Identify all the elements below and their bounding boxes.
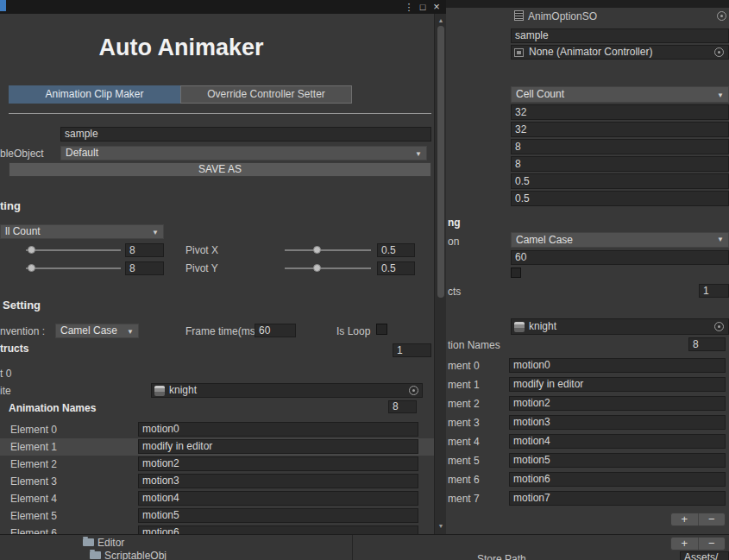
inspector-frame-time-field[interactable]: 60 xyxy=(511,250,729,265)
close-icon[interactable]: × xyxy=(431,0,442,14)
animation-name-field[interactable]: motion0 xyxy=(138,422,418,437)
sprite-object-field[interactable]: knight xyxy=(151,383,423,398)
clip-name-field[interactable]: sample xyxy=(60,127,431,142)
inspector-cell-value-field[interactable]: 32 xyxy=(511,122,729,137)
inspector-name-field[interactable]: sample xyxy=(511,28,729,43)
inspector-animation-name-field[interactable]: motion0 xyxy=(509,358,726,373)
project-item-editor[interactable]: Editor xyxy=(83,537,255,548)
store-path-field[interactable]: Assets/ xyxy=(680,551,729,560)
panel-divider xyxy=(352,535,353,560)
is-loop-checkbox[interactable] xyxy=(376,324,387,335)
pivot-x-slider-knob[interactable] xyxy=(313,246,321,254)
inspector-names-count-field[interactable]: 8 xyxy=(688,337,726,351)
dropdown-arrow-icon: ▼ xyxy=(415,147,422,160)
cell-count-label: ll Count xyxy=(5,225,41,237)
object-picker-icon[interactable] xyxy=(714,322,724,331)
inspector-panel: AnimOptionSO sample None (Animator Contr… xyxy=(446,0,729,534)
pivot-y-slider[interactable] xyxy=(285,267,371,269)
kebab-menu-icon[interactable]: ⋮ xyxy=(404,0,414,14)
inspector-is-loop-checkbox[interactable] xyxy=(511,267,521,278)
dropdown-arrow-icon: ▼ xyxy=(127,324,134,337)
list-footer-buttons: + − xyxy=(670,513,726,526)
animation-name-field[interactable]: motion5 xyxy=(138,508,418,523)
preset-dropdown[interactable]: Default ▼ xyxy=(60,146,427,160)
inspector-convention-dropdown[interactable]: Camel Case ▼ xyxy=(511,232,729,248)
inspector-cell-value-field[interactable]: 0.5 xyxy=(511,191,729,206)
inspector-cell-count-dropdown[interactable]: Cell Count ▼ xyxy=(511,86,729,103)
pivot-y-slider-knob[interactable] xyxy=(313,264,321,272)
structs-count-field[interactable]: 1 xyxy=(393,343,431,357)
inspector-structs-count-field[interactable]: 1 xyxy=(699,284,729,298)
scriptable-object-label: bleObject xyxy=(0,148,44,160)
inspector-element-label: ment 6 xyxy=(448,474,480,486)
inspector-animation-name-field[interactable]: motion7 xyxy=(509,491,726,506)
animation-names-count-field[interactable]: 8 xyxy=(388,400,417,413)
inspector-controller-field[interactable]: None (Animator Controller) xyxy=(511,45,729,60)
cell-count-y-slider-knob[interactable] xyxy=(28,264,35,272)
pivot-y-field[interactable]: 0.5 xyxy=(377,261,415,275)
cell-count-x-field[interactable]: 8 xyxy=(125,243,164,257)
element-label: Element 3 xyxy=(10,475,57,488)
naming-convention-label: nvention : xyxy=(0,325,45,337)
scrollbar-thumb[interactable] xyxy=(437,26,444,298)
object-picker-icon[interactable] xyxy=(717,11,726,21)
pivot-x-slider[interactable] xyxy=(285,249,371,251)
cell-count-y-field[interactable]: 8 xyxy=(125,261,164,275)
scriptable-object-icon xyxy=(514,10,524,21)
maximize-icon[interactable]: □ xyxy=(418,0,428,14)
tab-animation-clip-maker[interactable]: Animation Clip Maker xyxy=(9,85,180,104)
save-as-button[interactable]: SAVE AS xyxy=(9,162,431,177)
remove-button[interactable]: − xyxy=(699,513,726,525)
inspector-animation-name-field[interactable]: motion2 xyxy=(509,396,726,411)
project-item-scriptableobj[interactable]: ScriptableObj xyxy=(90,550,262,560)
sprite-thumbnail-icon xyxy=(514,322,525,332)
animation-name-field[interactable]: motion4 xyxy=(138,491,418,506)
animation-name-field[interactable]: motion2 xyxy=(138,456,418,471)
screen: AnimOptionSO sample None (Animator Contr… xyxy=(0,0,729,560)
naming-convention-value: Camel Case xyxy=(60,324,117,337)
inspector-animation-name-field[interactable]: modify in editor xyxy=(509,377,726,392)
tab-override-controller-setter[interactable]: Override Controller Setter xyxy=(180,85,352,104)
inspector-cell-value-field[interactable]: 0.5 xyxy=(511,173,729,189)
pivot-x-field[interactable]: 0.5 xyxy=(377,243,415,257)
cell-count-y-slider[interactable] xyxy=(26,267,121,269)
cell-count-x-slider[interactable] xyxy=(26,249,121,251)
preset-value: Default xyxy=(66,147,98,159)
inspector-cell-value-field[interactable]: 8 xyxy=(511,139,729,154)
naming-convention-dropdown[interactable]: Camel Case ▼ xyxy=(55,324,139,338)
structs-label: tructs xyxy=(0,343,28,355)
inspector-names-label: tion Names xyxy=(448,339,500,351)
divider xyxy=(9,113,431,114)
object-picker-icon[interactable] xyxy=(714,47,724,57)
pivot-x-label: Pivot X xyxy=(185,244,218,256)
scroll-up-icon[interactable]: ▲ xyxy=(435,16,446,25)
inspector-cell-value-field[interactable]: 8 xyxy=(511,156,729,172)
clip-setting-header: Setting xyxy=(3,299,41,311)
remove-button[interactable]: − xyxy=(699,538,726,550)
sprite-label: ite xyxy=(0,385,11,397)
inspector-animation-name-field[interactable]: motion4 xyxy=(509,434,726,449)
frame-time-field[interactable]: 60 xyxy=(255,324,296,337)
element-foldout-label[interactable]: t 0 xyxy=(0,368,11,380)
animation-names-header[interactable]: Animation Names xyxy=(9,402,96,414)
inspector-animation-name-field[interactable]: motion5 xyxy=(509,453,726,468)
inspector-cell-count-label: Cell Count xyxy=(516,88,564,100)
inspector-animation-name-field[interactable]: motion3 xyxy=(509,415,726,430)
window-titlebar: ⋮ □ × xyxy=(0,0,446,14)
add-button[interactable]: + xyxy=(671,538,699,550)
add-button[interactable]: + xyxy=(671,513,699,525)
inspector-cell-value-field[interactable]: 32 xyxy=(511,104,729,120)
inspector-sprite-object-field[interactable]: knight xyxy=(511,318,729,335)
inspector-script-name: AnimOptionSO xyxy=(528,10,597,22)
cell-count-x-slider-knob[interactable] xyxy=(28,246,35,254)
sprite-object-value: knight xyxy=(169,384,197,396)
cell-count-dropdown[interactable]: ll Count ▼ xyxy=(0,224,164,239)
inspector-element-label: ment 7 xyxy=(448,493,480,505)
animation-name-field[interactable]: motion3 xyxy=(138,474,418,488)
scroll-down-icon[interactable]: ▼ xyxy=(435,522,446,531)
animation-name-field[interactable]: modify in editor xyxy=(138,439,418,454)
inspector-animation-name-field[interactable]: motion6 xyxy=(509,472,726,487)
object-picker-icon[interactable] xyxy=(409,386,418,395)
frame-time-label: Frame time(ms) xyxy=(185,325,259,337)
scrollbar[interactable]: ▲ ▼ xyxy=(434,14,446,535)
